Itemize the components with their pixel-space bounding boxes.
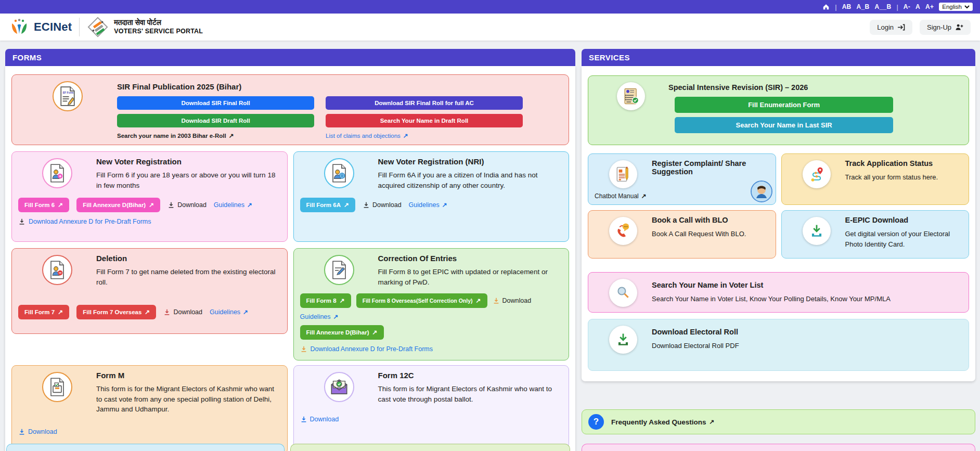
guidelines-form-7-link[interactable]: Guidelines↗ <box>210 308 248 316</box>
external-link-icon: ↗ <box>476 297 481 304</box>
font-decrease[interactable]: A- <box>904 3 910 10</box>
fill-form-8-button[interactable]: Fill Form 8↗ <box>300 293 351 308</box>
ecinet-brand[interactable]: ECINet <box>9 18 72 36</box>
card-download-electoral-roll[interactable]: Download Electoral Roll Download Elector… <box>588 319 969 371</box>
card-title: Form M <box>96 371 281 380</box>
login-button[interactable]: Login <box>870 20 912 35</box>
card-track-application-status[interactable]: Track Application Status Track all your … <box>781 153 970 205</box>
chatbot-avatar[interactable] <box>751 181 772 202</box>
download-form-8-link[interactable]: Download <box>493 297 532 304</box>
external-link-icon: ↗ <box>333 313 339 320</box>
card-form-m: Form M This form is for the Migrant Elec… <box>11 365 288 451</box>
external-link-icon: ↗ <box>229 132 234 139</box>
card-new-voter-registration-nri: New Voter Registration (NRI) Fill Form 6… <box>293 151 570 242</box>
external-link-icon: ↗ <box>340 297 345 304</box>
card-sir-2026: Special Intensive Revision (SIR) – 2026 … <box>588 75 969 145</box>
top-utility-bar: | AB A_B A__B | A- A A+ English <box>0 0 980 14</box>
services-section-header: SERVICES <box>582 49 975 66</box>
language-selector[interactable]: English <box>939 3 973 11</box>
card-title: Register Complaint/ Share Suggestion <box>652 159 769 176</box>
guidelines-form-8-link[interactable]: Guidelines↗ <box>300 313 339 320</box>
card-eepic-download[interactable]: E-EPIC Download Get digital version of y… <box>781 210 970 259</box>
card-form-12c: Form 12C This form is for Migrant Electo… <box>293 365 570 448</box>
card-title: E-EPIC Download <box>845 216 963 224</box>
download-icon <box>18 428 25 435</box>
external-link-icon: ↗ <box>243 308 248 316</box>
search-name-draft-roll-button[interactable]: Search Your Name in Draft Roll <box>326 114 523 127</box>
nri-voter-document-icon <box>324 158 354 188</box>
guidelines-form-6-link[interactable]: Guidelines↗ <box>214 201 252 209</box>
enumeration-form-icon <box>617 82 645 110</box>
forms-section: FORMS EF Form <box>5 49 575 451</box>
card-description: Book A Call Request With BLO. <box>652 229 746 239</box>
card-description: This form is for the Migrant Electors of… <box>96 384 281 415</box>
track-status-icon <box>803 160 831 188</box>
download-form-6-link[interactable]: Download <box>167 201 207 209</box>
card-description: Search Your Name in Voter List, Know You… <box>652 294 891 304</box>
text-spacing-normal[interactable]: AB <box>842 3 852 10</box>
download-form-7-link[interactable]: Download <box>163 308 202 316</box>
voters-service-portal-page: | AB A_B A__B | A- A A+ English ECINet <box>0 0 980 451</box>
search-2003-bihar-eroll-link[interactable]: Search your name in 2003 Bihar e-Roll ↗ <box>117 132 314 139</box>
guidelines-form-6a-link[interactable]: Guidelines↗ <box>409 201 447 209</box>
fill-enumeration-form-button[interactable]: Fill Enumeration Form <box>675 97 893 113</box>
download-form-m-link[interactable]: Download <box>18 428 57 435</box>
download-icon <box>363 201 370 209</box>
fill-form-7-button[interactable]: Fill Form 7↗ <box>18 305 69 319</box>
download-icon <box>300 416 307 423</box>
card-faq[interactable]: ? Frequently Asked Questions ↗ <box>582 409 975 434</box>
fill-form-8-overseas-button[interactable]: Fill Form 8 Overseas(Self Correction Onl… <box>356 293 487 308</box>
electoral-roll-download-icon <box>609 326 637 354</box>
header-divider <box>79 18 80 36</box>
external-link-icon: ↗ <box>372 329 377 336</box>
external-link-icon: ↗ <box>344 201 349 209</box>
download-form-12c-link[interactable]: Download <box>300 416 339 423</box>
download-sir-final-roll-full-ac-button[interactable]: Download SIR Final Roll for full AC <box>326 96 523 110</box>
card-title: Deletion <box>96 254 281 263</box>
download-sir-draft-roll-button[interactable]: Download SIR Draft Roll <box>117 114 314 127</box>
ef-form-document-icon: EF Form <box>53 81 83 111</box>
font-increase[interactable]: A+ <box>925 3 934 10</box>
fill-form-6-button[interactable]: Fill Form 6↗ <box>18 198 69 212</box>
text-spacing-wide[interactable]: A__B <box>874 3 891 10</box>
faq-label: Frequently Asked Questions <box>611 418 706 426</box>
partial-card-left <box>6 444 285 451</box>
card-search-name-voter-list[interactable]: Search Your Name in Voter List Search Yo… <box>588 272 969 313</box>
card-title: Form 12C <box>378 371 563 380</box>
external-link-icon: ↗ <box>58 201 63 209</box>
partial-card-right <box>582 444 975 451</box>
card-description: Fill Form 8 to get EPIC with updated or … <box>378 267 563 287</box>
fill-form-7-overseas-button[interactable]: Fill Form 7 Overseas↗ <box>76 305 156 319</box>
portal-title-english: VOTERS' SERVICE PORTAL <box>114 28 203 36</box>
partial-card-middle <box>290 444 570 451</box>
external-link-icon: ↗ <box>149 201 154 209</box>
home-icon[interactable] <box>822 3 830 10</box>
card-description: Get digital version of your Electoral Ph… <box>845 229 963 249</box>
card-title: Track Application Status <box>845 159 938 167</box>
fill-annexure-d-bihar-form8-button[interactable]: Fill Annexure D(Bihar)↗ <box>300 325 384 340</box>
deletion-document-icon <box>42 255 72 285</box>
card-description: Track all your form status here. <box>845 172 938 183</box>
external-link-icon: ↗ <box>247 201 252 209</box>
download-form-6a-link[interactable]: Download <box>363 201 402 209</box>
card-book-call-blo[interactable]: Book a Call with BLO Book A Call Request… <box>588 210 776 259</box>
download-icon <box>300 345 307 353</box>
postal-ballot-envelope-icon <box>324 372 354 402</box>
card-register-complaint[interactable]: Register Complaint/ Share Suggestion Cha… <box>588 153 776 205</box>
download-annexure-d-predraft-link[interactable]: Download Annexure D for Pre-Draft Forms <box>18 218 151 225</box>
chatbot-manual-link[interactable]: Chatbot Manual ↗ <box>595 192 647 200</box>
signup-button[interactable]: Sign-Up <box>920 20 971 35</box>
font-normal[interactable]: A <box>915 3 920 10</box>
external-link-icon: ↗ <box>641 192 647 200</box>
external-link-icon: ↗ <box>710 418 715 426</box>
question-mark-icon: ? <box>588 414 604 430</box>
list-claims-objections-link[interactable]: List of claims and objections ↗ <box>326 132 523 139</box>
fill-annexure-d-bihar-button[interactable]: Fill Annexure D(Bihar)↗ <box>76 198 160 212</box>
download-annexure-d-predraft-link[interactable]: Download Annexure D for Pre-Draft Forms <box>300 345 433 353</box>
download-sir-final-roll-button[interactable]: Download SIR Final Roll <box>117 96 314 110</box>
complaint-document-icon <box>609 160 637 188</box>
text-spacing-medium[interactable]: A_B <box>857 3 870 10</box>
fill-form-6a-button[interactable]: Fill Form 6A↗ <box>300 198 356 212</box>
card-new-voter-registration: New Voter Registration Fill Form 6 if yo… <box>11 151 288 242</box>
search-name-last-sir-button[interactable]: Search Your Name in Last SIR <box>675 117 893 133</box>
